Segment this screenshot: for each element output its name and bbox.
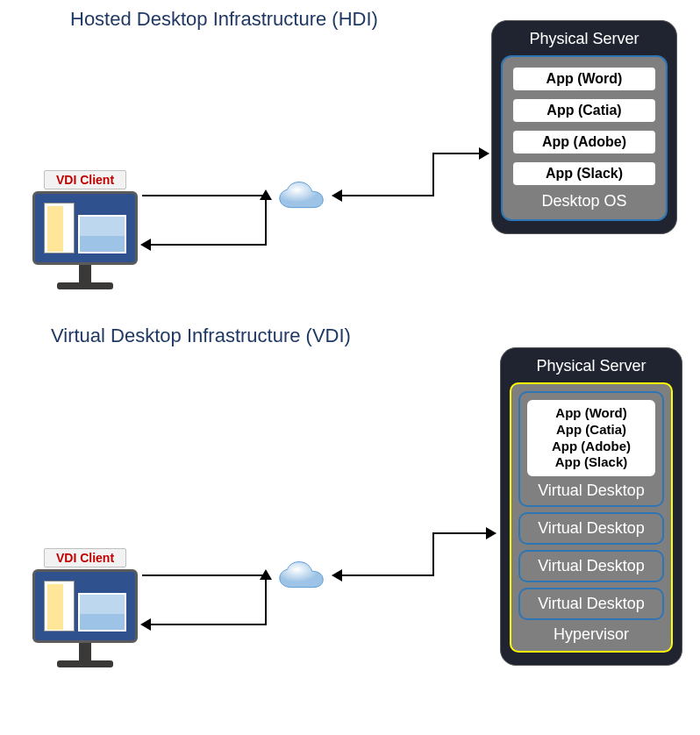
arrow-segment	[389, 574, 434, 576]
virtual-desktop-label: Virtual Desktop	[525, 482, 657, 500]
arrow-head-icon	[140, 239, 151, 251]
virtual-desktop-label: Virtual Desktop	[525, 595, 657, 613]
arrow-head-icon	[479, 147, 489, 160]
virtual-desktop: Virtual Desktop	[518, 550, 664, 582]
monitor-stand	[79, 643, 91, 660]
hdi-app: App (Catia)	[511, 97, 657, 124]
vdi-server: Physical Server App (Word) App (Catia) A…	[500, 347, 682, 666]
monitor-icon	[32, 569, 138, 643]
vdi-server-label: Physical Server	[510, 353, 673, 382]
arrow-segment	[142, 195, 265, 196]
arrow-head-icon	[140, 618, 151, 631]
hdi-title: Hosted Desktop Infrastructure (HDI)	[70, 8, 378, 31]
arrow-segment	[151, 244, 265, 246]
arrow-segment	[142, 574, 265, 576]
arrow-segment	[265, 196, 267, 246]
cloud-icon	[275, 180, 329, 215]
hdi-client-label: VDI Client	[44, 170, 126, 189]
arrow-segment	[389, 195, 434, 196]
hdi-app: App (Slack)	[511, 161, 657, 187]
cloud-icon	[275, 560, 329, 595]
monitor-panel-spreadsheet	[44, 581, 75, 632]
monitor-panel-image	[78, 593, 126, 632]
arrow-segment	[432, 153, 480, 154]
monitor-panel-image	[78, 215, 126, 253]
vdi-app: App (Word)	[536, 405, 646, 422]
monitor-stand	[79, 265, 91, 282]
hdi-server-label: Physical Server	[501, 26, 668, 55]
arrow-segment	[432, 532, 434, 576]
hdi-app: App (Adobe)	[511, 129, 657, 155]
hdi-os-label: Desktop OS	[511, 192, 657, 211]
hdi-server: Physical Server App (Word) App (Catia) A…	[491, 20, 677, 234]
arrow-head-icon	[486, 527, 496, 539]
vdi-app: App (Adobe)	[536, 439, 646, 455]
monitor-panel-spreadsheet	[44, 203, 75, 253]
virtual-desktop-label: Virtual Desktop	[525, 557, 657, 575]
arrow-segment	[151, 624, 265, 625]
arrow-segment	[341, 195, 389, 196]
vdi-hypervisor: App (Word) App (Catia) App (Adobe) App (…	[510, 382, 673, 653]
hdi-app: App (Word)	[511, 66, 657, 92]
vdi-app-stack: App (Word) App (Catia) App (Adobe) App (…	[525, 398, 657, 478]
virtual-desktop-label: Virtual Desktop	[525, 519, 657, 538]
arrow-segment	[432, 532, 487, 534]
virtual-desktop: App (Word) App (Catia) App (Adobe) App (…	[518, 391, 664, 507]
arrow-head-icon	[332, 189, 342, 202]
arrow-segment	[341, 574, 389, 576]
vdi-title: Virtual Desktop Infrastructure (VDI)	[51, 325, 351, 347]
arrow-segment	[265, 576, 267, 625]
hdi-client: VDI Client	[32, 170, 138, 293]
virtual-desktop: Virtual Desktop	[518, 588, 664, 620]
arrow-segment	[432, 153, 434, 196]
hdi-desktop-os: App (Word) App (Catia) App (Adobe) App (…	[501, 55, 668, 221]
arrow-head-icon	[332, 569, 342, 582]
monitor-base	[57, 660, 113, 667]
monitor-icon	[32, 191, 138, 265]
monitor-base	[57, 282, 113, 289]
vdi-client: VDI Client	[32, 548, 138, 671]
vdi-client-label: VDI Client	[44, 548, 126, 567]
virtual-desktop: Virtual Desktop	[518, 512, 664, 545]
hypervisor-label: Hypervisor	[518, 625, 664, 644]
vdi-app: App (Slack)	[536, 454, 646, 471]
vdi-app: App (Catia)	[536, 422, 646, 439]
